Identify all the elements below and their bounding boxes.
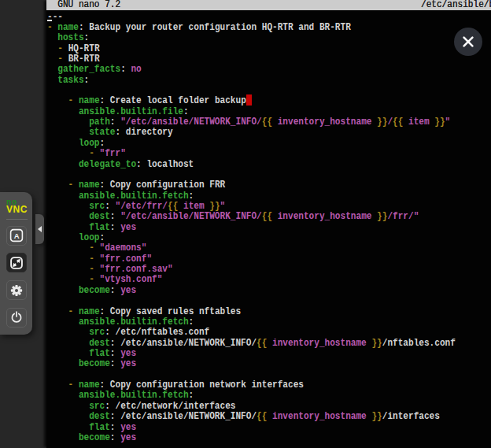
svg-text:A: A — [13, 231, 19, 240]
